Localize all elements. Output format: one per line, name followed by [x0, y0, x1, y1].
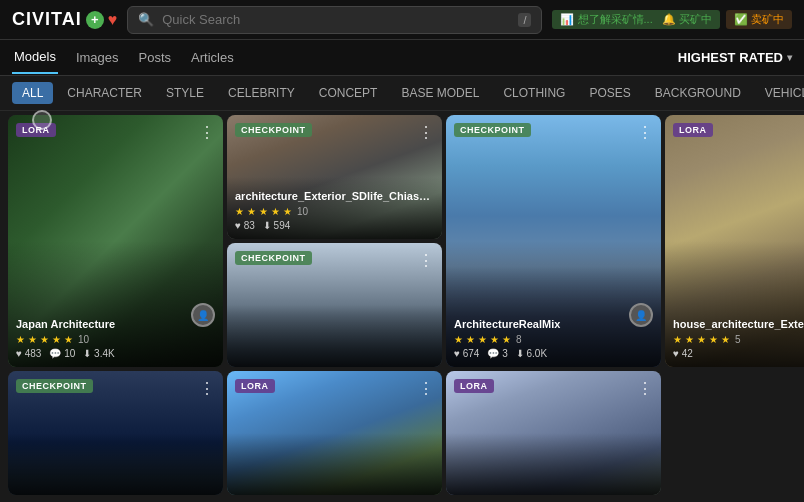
- card-avatar: 👤: [191, 303, 215, 327]
- filter-bar: ALL CHARACTER STYLE CELEBRITY CONCEPT BA…: [0, 76, 804, 111]
- card-title: Japan Architecture: [16, 318, 215, 330]
- card-trees-lora[interactable]: LORA ⋮: [227, 371, 442, 495]
- card-house-exterior[interactable]: LORA ⋮ house_architecture_Exterior_SDlif…: [665, 115, 804, 367]
- filter-all[interactable]: ALL: [12, 82, 53, 104]
- card-stars: ★★★★★ 10: [235, 206, 434, 217]
- filter-base-model[interactable]: BASE MODEL: [391, 82, 489, 104]
- card-likes: ♥ 674: [454, 348, 479, 359]
- card-badge-checkpoint: CHECKPOINT: [235, 123, 312, 137]
- search-icon: 🔍: [138, 12, 154, 27]
- card-downloads: ⬇ 3.4K: [83, 348, 114, 359]
- search-input[interactable]: [162, 12, 510, 27]
- card-badge-checkpoint: CHECKPOINT: [454, 123, 531, 137]
- search-bar[interactable]: 🔍 /: [127, 6, 542, 34]
- card-likes: ♥ 83: [235, 220, 255, 231]
- card-menu-button[interactable]: ⋮: [199, 379, 215, 398]
- filter-celebrity[interactable]: CELEBRITY: [218, 82, 305, 104]
- card-modern-building[interactable]: CHECKPOINT ⋮: [227, 243, 442, 367]
- card-likes: ♥ 483: [16, 348, 41, 359]
- card-asian-arch[interactable]: LORA ⋮: [446, 371, 661, 495]
- card-japan-architecture[interactable]: LORA ⋮ Japan Architecture ★★★★★ 10 ♥ 483…: [8, 115, 223, 367]
- filter-concept[interactable]: CONCEPT: [309, 82, 388, 104]
- card-badge-lora: LORA: [454, 379, 494, 393]
- filter-background[interactable]: BACKGROUND: [645, 82, 751, 104]
- card-title: ArchitectureRealMix: [454, 318, 653, 330]
- model-grid: LORA ⋮ Japan Architecture ★★★★★ 10 ♥ 483…: [0, 111, 804, 499]
- card-menu-button[interactable]: ⋮: [418, 251, 434, 270]
- filter-clothing[interactable]: CLOTHING: [493, 82, 575, 104]
- card-menu-button[interactable]: ⋮: [418, 123, 434, 142]
- search-slash-shortcut: /: [518, 13, 531, 27]
- sort-dropdown[interactable]: HIGHEST RATED ▾: [678, 50, 792, 65]
- card-stats: ♥ 674 💬 3 ⬇ 6.0K: [454, 348, 653, 359]
- card-arch-exterior[interactable]: CHECKPOINT ⋮ architecture_Exterior_SDlif…: [227, 115, 442, 239]
- logo-text: CIVITAI: [12, 9, 82, 30]
- nav-images[interactable]: Images: [74, 42, 121, 73]
- filter-vehicle[interactable]: VEHICLE: [755, 82, 804, 104]
- card-comments: 💬 10: [49, 348, 75, 359]
- card-stats: ♥ 483 💬 10 ⬇ 3.4K: [16, 348, 215, 359]
- card-downloads: ⬇ 594: [263, 220, 290, 231]
- card-likes: ♥ 42: [673, 348, 693, 359]
- card-badge-lora: LORA: [673, 123, 713, 137]
- filter-style[interactable]: STYLE: [156, 82, 214, 104]
- card-stars: ★★★★★ 8: [454, 334, 653, 345]
- card-menu-button[interactable]: ⋮: [637, 123, 653, 142]
- card-avatar: 👤: [629, 303, 653, 327]
- nav-posts[interactable]: Posts: [137, 42, 174, 73]
- nav-articles[interactable]: Articles: [189, 42, 236, 73]
- filter-character[interactable]: CHARACTER: [57, 82, 152, 104]
- card-badge-lora: LORA: [16, 123, 56, 137]
- header-banner: 📊 想了解采矿情... 🔔 买矿中 ✅ 卖矿中: [552, 10, 792, 29]
- card-info: architecture_Exterior_SDlife_Chiasedamme…: [227, 182, 442, 239]
- card-badge-checkpoint: CHECKPOINT: [16, 379, 93, 393]
- card-downloads: ⬇ 6.0K: [516, 348, 547, 359]
- nav-bar: Models Images Posts Articles HIGHEST RAT…: [0, 40, 804, 76]
- card-badge-checkpoint: CHECKPOINT: [235, 251, 312, 265]
- card-title: architecture_Exterior_SDlife_Chiasedamme: [235, 190, 434, 202]
- nav-models[interactable]: Models: [12, 41, 58, 74]
- card-comments: 💬 3: [487, 348, 507, 359]
- card-stats: ♥ 83 ⬇ 594: [235, 220, 434, 231]
- sort-chevron-icon: ▾: [787, 52, 792, 63]
- logo[interactable]: CIVITAI + ♥: [12, 9, 117, 30]
- card-stats: ♥ 42: [673, 348, 804, 359]
- filter-poses[interactable]: POSES: [579, 82, 640, 104]
- card-menu-button[interactable]: ⋮: [418, 379, 434, 398]
- banner-tag-2: ✅ 卖矿中: [726, 10, 792, 29]
- card-arch-realmix[interactable]: CHECKPOINT ⋮ ArchitectureRealMix ★★★★★ 8…: [446, 115, 661, 367]
- card-menu-button[interactable]: ⋮: [199, 123, 215, 142]
- card-menu-button[interactable]: ⋮: [637, 379, 653, 398]
- card-stars: ★★★★★ 5: [673, 334, 804, 345]
- card-title: house_architecture_Exterior_SDlife_Chia.…: [673, 318, 804, 330]
- card-stars: ★★★★★ 10: [16, 334, 215, 345]
- banner-tag-1: 📊 想了解采矿情... 🔔 买矿中: [552, 10, 719, 29]
- card-night-arch[interactable]: CHECKPOINT ⋮: [8, 371, 223, 495]
- sort-label: HIGHEST RATED: [678, 50, 783, 65]
- header: CIVITAI + ♥ 🔍 / 📊 想了解采矿情... 🔔 买矿中 ✅ 卖矿中: [0, 0, 804, 40]
- logo-heart-icon[interactable]: ♥: [108, 11, 118, 29]
- card-badge-lora: LORA: [235, 379, 275, 393]
- card-info: house_architecture_Exterior_SDlife_Chia.…: [665, 310, 804, 367]
- logo-plus-icon[interactable]: +: [86, 11, 104, 29]
